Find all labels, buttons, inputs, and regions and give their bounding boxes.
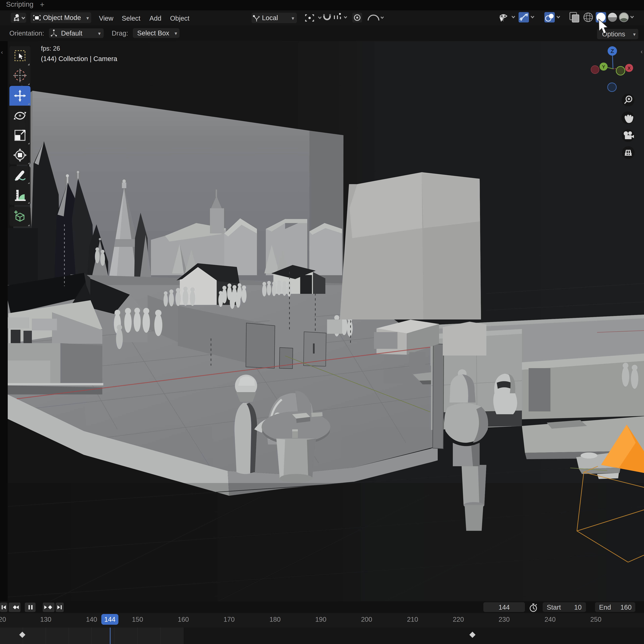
svg-text:Z: Z bbox=[611, 48, 614, 54]
svg-text:‹: ‹ bbox=[641, 48, 643, 55]
svg-text:X: X bbox=[628, 66, 631, 71]
svg-text:‹: ‹ bbox=[1, 49, 3, 55]
svg-text:Y: Y bbox=[602, 64, 605, 69]
